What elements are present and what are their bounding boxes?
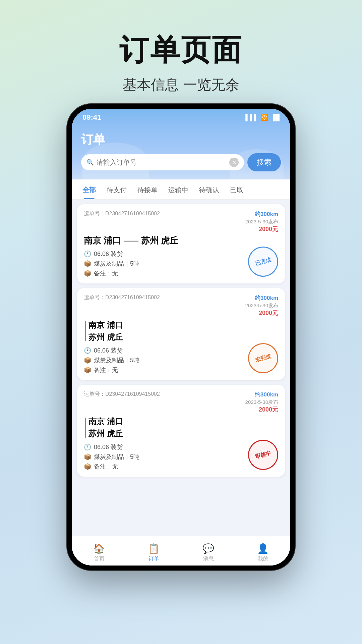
- order-icon: 📋: [148, 543, 160, 554]
- note-icon-1: 📦: [84, 270, 91, 277]
- route-to-3: 苏州 虎丘: [88, 428, 278, 440]
- order-card-3[interactable]: 运单号：D23042716109415002 约300km 2023-5-30发…: [77, 385, 285, 477]
- tab-pending-confirm[interactable]: 待确认: [194, 179, 225, 199]
- route-from-3: 南京 浦口: [88, 416, 278, 428]
- search-bar: 🔍 ✕ 搜索: [81, 153, 281, 171]
- order-cargo-2: 煤炭及制品｜5吨: [94, 356, 139, 364]
- search-input[interactable]: [97, 159, 227, 166]
- nav-home-label: 首页: [94, 555, 105, 562]
- cargo-icon-3: 📦: [84, 453, 91, 461]
- tab-in-transit[interactable]: 运输中: [163, 179, 194, 199]
- phone-frame: 09:41 ▌▌▌ 🛜 ▐█ 订单 🔍 ✕ 搜索 全部 待支付 待: [67, 104, 295, 570]
- app-header: 订单 🔍 ✕ 搜索: [72, 126, 290, 179]
- tab-bar: 全部 待支付 待接单 运输中 待确认 已取: [72, 179, 290, 200]
- home-icon: 🏠: [93, 543, 105, 554]
- search-clear-button[interactable]: ✕: [229, 158, 239, 167]
- status-time: 09:41: [82, 113, 101, 122]
- order-route-2: 南京 浦口 苏州 虎丘: [84, 319, 278, 343]
- page-subtitle: 基本信息 一览无余: [0, 75, 362, 94]
- cargo-icon-2: 📦: [84, 357, 91, 364]
- cargo-icon-1: 📦: [84, 260, 91, 267]
- stamp-text-2: 未完成: [254, 353, 272, 364]
- status-bar: 09:41 ▌▌▌ 🛜 ▐█: [72, 109, 290, 126]
- battery-icon: ▐█: [271, 114, 280, 121]
- order-note-3: 备注：无: [94, 463, 118, 471]
- tab-pending-pay[interactable]: 待支付: [101, 179, 132, 199]
- route-to-1: 苏州 虎丘: [141, 235, 178, 247]
- nav-order[interactable]: 📋 订单: [126, 540, 181, 562]
- clock-icon-1: 🕐: [84, 250, 91, 258]
- stamp-text-1: 已完成: [254, 256, 272, 267]
- order-note-1: 备注：无: [94, 269, 118, 277]
- tab-taken[interactable]: 已取: [225, 179, 249, 199]
- search-button[interactable]: 搜索: [247, 153, 281, 171]
- nav-message-label: 消息: [203, 555, 214, 562]
- order-loaddate-2: 06.06 装货: [94, 346, 123, 355]
- search-icon: 🔍: [86, 159, 94, 166]
- nav-message[interactable]: 💬 消息: [181, 540, 236, 562]
- order-route-3: 南京 浦口 苏州 虎丘: [84, 416, 278, 440]
- tab-pending-accept[interactable]: 待接单: [132, 179, 163, 199]
- route-arrow-1: ——: [124, 236, 138, 246]
- header-title: 订单: [81, 131, 281, 148]
- order-distance-3: 约300km: [245, 391, 278, 398]
- order-id-2: 运单号：D23042716109415002: [84, 294, 160, 301]
- nav-profile[interactable]: 👤 我的: [236, 540, 290, 562]
- route-to-2: 苏州 虎丘: [88, 331, 278, 343]
- order-distance-1: 约300km: [245, 210, 278, 218]
- order-list: 运单号：D23042716109415002 约300km 2023-5-30发…: [72, 200, 290, 562]
- route-from-1: 南京 浦口: [84, 235, 121, 247]
- message-icon: 💬: [202, 543, 214, 554]
- order-loaddate-1: 06.06 装货: [94, 250, 123, 258]
- wifi-icon: 🛜: [261, 114, 268, 121]
- stamp-text-3: 审核中: [254, 449, 272, 461]
- order-route-1: 南京 浦口 —— 苏州 虎丘: [84, 235, 278, 247]
- note-icon-3: 📦: [84, 463, 91, 470]
- note-icon-2: 📦: [84, 366, 91, 374]
- status-icons: ▌▌▌ 🛜 ▐█: [245, 114, 280, 121]
- nav-home[interactable]: 🏠 首页: [72, 540, 126, 562]
- signal-icon: ▌▌▌: [245, 114, 258, 121]
- bottom-nav: 🏠 首页 📋 订单 💬 消息 👤 我的: [72, 536, 290, 566]
- tab-all[interactable]: 全部: [77, 179, 101, 199]
- order-date-2: 2023-5-30发布: [245, 303, 278, 309]
- profile-icon: 👤: [257, 543, 269, 554]
- order-card-2[interactable]: 运单号：D23042716109415002 约300km 2023-5-30发…: [77, 288, 285, 380]
- order-id-1: 运单号：D23042716109415002: [84, 210, 160, 217]
- route-from-2: 南京 浦口: [88, 319, 278, 331]
- phone-screen: 09:41 ▌▌▌ 🛜 ▐█ 订单 🔍 ✕ 搜索 全部 待支付 待: [72, 109, 290, 566]
- page-main-title: 订单页面: [0, 30, 362, 70]
- order-note-2: 备注：无: [94, 366, 118, 374]
- order-distance-2: 约300km: [245, 294, 278, 302]
- order-date-3: 2023-5-30发布: [245, 399, 278, 406]
- order-loaddate-3: 06.06 装货: [94, 443, 123, 451]
- clock-icon-2: 🕐: [84, 347, 91, 354]
- order-price-2: 2000元: [245, 309, 278, 317]
- nav-profile-label: 我的: [258, 555, 268, 562]
- order-price-1: 2000元: [245, 225, 278, 233]
- search-input-wrap[interactable]: 🔍 ✕: [81, 154, 244, 170]
- clock-icon-3: 🕐: [84, 443, 91, 451]
- nav-order-label: 订单: [148, 555, 159, 562]
- order-price-3: 2000元: [245, 406, 278, 414]
- order-date-1: 2023-5-30发布: [245, 219, 278, 225]
- order-cargo-1: 煤炭及制品｜5吨: [94, 260, 139, 268]
- order-cargo-3: 煤炭及制品｜5吨: [94, 453, 139, 461]
- order-id-3: 运单号：D23042716109415002: [84, 391, 160, 398]
- order-card-1[interactable]: 运单号：D23042716109415002 约300km 2023-5-30发…: [77, 204, 285, 283]
